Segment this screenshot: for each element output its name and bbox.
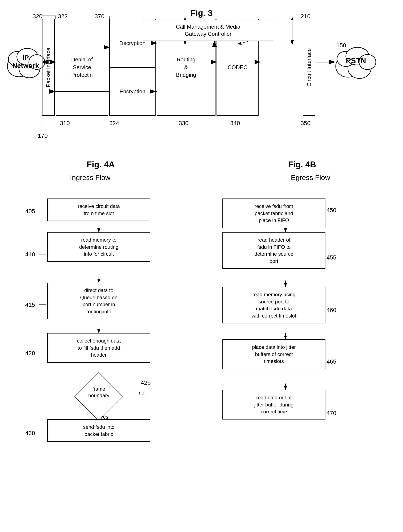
fig4b-box1: receive fsdu from packet fabric and plac…	[222, 198, 325, 228]
dos-block: Denial of Service Protect'n	[56, 19, 108, 116]
circuit-interface-block: Circuit Interface	[303, 19, 315, 116]
fig4b-box4: place data into jitter buffers of correc…	[222, 339, 325, 369]
fig4a-label-415: 415	[25, 302, 35, 308]
fig4b-section: Fig. 4B Egress Flow	[202, 160, 403, 493]
label-324: 324	[109, 120, 119, 127]
label-340: 340	[230, 120, 240, 127]
fig4b-box2: read header of fsdu in FIFO to determine…	[222, 232, 325, 269]
pstn-label: PSTN	[338, 56, 374, 65]
ip-network-label: IP Network	[9, 54, 43, 70]
fig4b-label-470: 470	[327, 410, 336, 417]
label-310: 310	[60, 120, 70, 127]
fig4a-box5: send fsdu into packet fabric	[47, 419, 150, 442]
fig4b-inner: receive fsdu from packet fabric and plac…	[210, 190, 394, 493]
fig4b-label-460: 460	[327, 307, 336, 314]
fig4a-box2: read memory to determine routing info fo…	[47, 232, 150, 262]
fig4a-title: Fig. 4A	[8, 160, 193, 169]
fig4a-label-405: 405	[25, 208, 35, 215]
label-170: 170	[38, 133, 48, 139]
label-330: 330	[179, 120, 189, 127]
fig4a-no-label: no	[139, 390, 145, 396]
fig4a-label-420: 420	[25, 350, 35, 357]
fig4a-section: Fig. 4A Ingress Flow	[0, 160, 202, 493]
fig4b-label-455: 455	[327, 254, 336, 261]
label-350: 350	[301, 120, 310, 127]
fig4a-box4: collect enough data to fill fsdu then ad…	[47, 333, 150, 363]
fig4a-inner: receive circuit data from time slot read…	[8, 190, 193, 493]
fig4b-title: Fig. 4B	[210, 160, 394, 169]
packet-interface-block: Packet Interface	[42, 19, 55, 116]
encryption-block: Encryption	[109, 67, 156, 116]
fig4b-box5: read data out of jitter buffer during co…	[222, 390, 325, 419]
fig4a-yes-label: yes	[101, 414, 108, 420]
fig4a-label-425: 425	[141, 379, 151, 386]
fig4a-label-410: 410	[25, 251, 35, 258]
fig4b-box3: read memory using source port to match f…	[222, 287, 325, 323]
fig4a-box3: direct data to Queue based on port numbe…	[47, 283, 150, 319]
call-management-block: Call Management & Media Gateway Controll…	[143, 20, 273, 41]
svg-marker-36	[291, 42, 293, 45]
fig4a-box1: receive circuit data from time slot	[47, 198, 150, 221]
fig4a-label-430: 430	[25, 430, 35, 437]
fig4b-label-450: 450	[327, 207, 336, 214]
fig4b-label-465: 465	[327, 358, 336, 365]
fig4a-subtitle: Ingress Flow	[0, 173, 193, 182]
label-320: 320	[33, 13, 43, 20]
fig3-section: Fig. 3 320 322 370 210 310 324 330 340 3…	[0, 0, 403, 152]
fig4b-subtitle: Egress Flow	[227, 173, 394, 182]
fig4a-diamond-text: frame boundary	[75, 386, 123, 399]
figs-4-row: Fig. 4A Ingress Flow	[0, 152, 403, 493]
